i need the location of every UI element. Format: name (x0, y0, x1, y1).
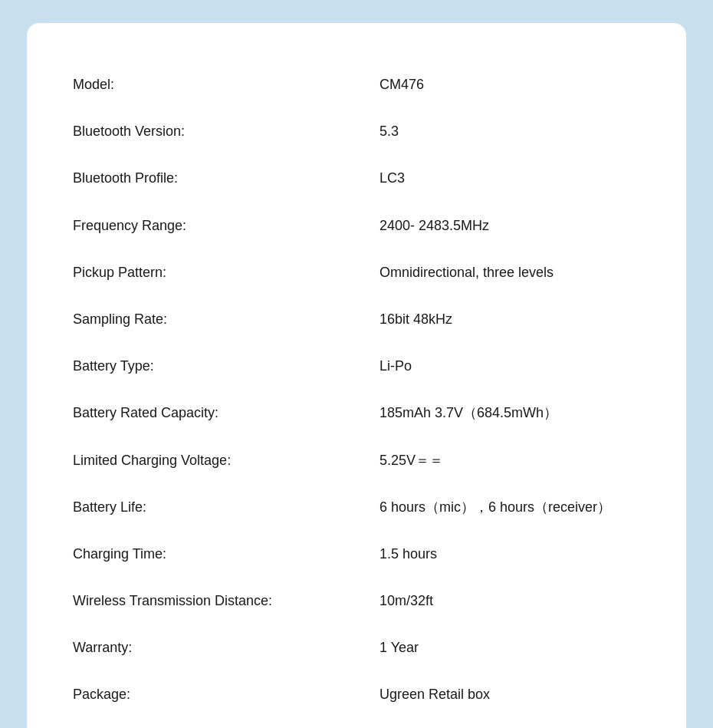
spec-value: 10m/32ft (380, 591, 640, 611)
spec-label: Wireless Transmission Distance: (73, 591, 380, 611)
spec-label: Charging Time: (73, 545, 380, 564)
spec-value: 185mAh 3.7V（684.5mWh） (380, 404, 640, 423)
spec-value: 5.3 (380, 122, 640, 141)
table-row: Battery Type:Li-Po (73, 343, 640, 390)
spec-value: 16bit 48kHz (380, 310, 640, 329)
spec-card: Model:CM476Bluetooth Version:5.3Bluetoot… (27, 23, 686, 728)
spec-value: LC3 (380, 169, 640, 188)
spec-value: Li-Po (380, 357, 640, 376)
spec-label: Battery Life: (73, 498, 380, 517)
spec-label: Battery Rated Capacity: (73, 404, 380, 423)
table-row: Wireless Transmission Distance:10m/32ft (73, 578, 640, 624)
spec-value: Ugreen Retail box (380, 685, 640, 704)
spec-value: Omnidirectional, three levels (380, 263, 640, 282)
spec-label: Pickup Pattern: (73, 263, 380, 282)
spec-label: Frequency Range: (73, 216, 380, 236)
table-row: Warranty:1 Year (73, 624, 640, 671)
spec-label: Bluetooth Version: (73, 122, 380, 141)
spec-label: Package: (73, 685, 380, 704)
table-row: Battery Rated Capacity:185mAh 3.7V（684.5… (73, 390, 640, 436)
table-row: Package:Ugreen Retail box (73, 671, 640, 718)
table-row: Limited Charging Voltage:5.25V＝＝ (73, 437, 640, 484)
table-row: Frequency Range:2400- 2483.5MHz (73, 203, 640, 249)
spec-value: 1 Year (380, 638, 640, 657)
spec-value: 1.5 hours (380, 545, 640, 564)
table-row: Pickup Pattern:Omnidirectional, three le… (73, 249, 640, 296)
spec-label: Sampling Rate: (73, 310, 380, 329)
spec-label: Model: (73, 75, 380, 94)
spec-value: 6 hours（mic），6 hours（receiver） (380, 498, 640, 517)
table-row: Charging Time:1.5 hours (73, 531, 640, 578)
table-row: Model:CM476 (73, 61, 640, 108)
table-row: Sampling Rate:16bit 48kHz (73, 296, 640, 343)
spec-value: CM476 (380, 75, 640, 94)
spec-label: Limited Charging Voltage: (73, 451, 380, 470)
spec-value: 5.25V＝＝ (380, 451, 640, 470)
table-row: Bluetooth Profile:LC3 (73, 155, 640, 202)
spec-label: Warranty: (73, 638, 380, 657)
spec-value: 2400- 2483.5MHz (380, 216, 640, 236)
spec-label: Bluetooth Profile: (73, 169, 380, 188)
spec-label: Battery Type: (73, 357, 380, 376)
table-row: Bluetooth Version:5.3 (73, 108, 640, 155)
table-row: Battery Life:6 hours（mic），6 hours（receiv… (73, 484, 640, 531)
